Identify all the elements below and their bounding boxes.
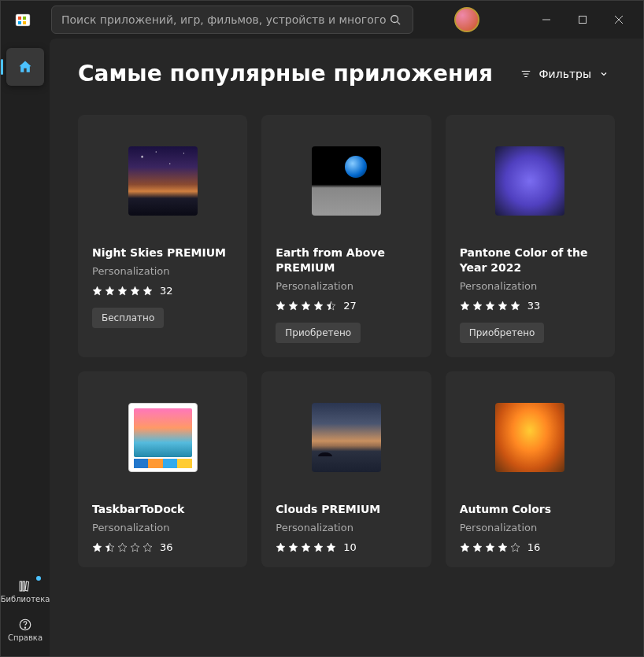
library-label: Библиотека — [1, 595, 50, 603]
app-category: Personalization — [276, 522, 416, 533]
help-label: Справка — [8, 633, 43, 642]
sidebar-home[interactable] — [6, 48, 44, 86]
home-icon — [17, 59, 33, 75]
app-badge: Приобретено — [460, 323, 545, 343]
sidebar-library[interactable]: Библиотека — [2, 574, 49, 608]
app-thumbnail — [128, 403, 198, 472]
app-title: Autumn Colors — [460, 502, 601, 517]
rating-count: 33 — [527, 300, 541, 312]
star-icon — [485, 301, 495, 311]
star-icon — [485, 542, 495, 552]
star-icon — [117, 542, 128, 552]
star-icon — [117, 286, 128, 296]
star-icon — [288, 301, 298, 311]
rating-count: 16 — [527, 541, 541, 553]
app-rating: 32 — [92, 285, 233, 297]
star-icon — [105, 286, 115, 296]
sidebar: Библиотека Справка — [1, 39, 50, 656]
app-card[interactable]: Autumn Colors Personalization 16 — [446, 371, 615, 567]
star-icon — [301, 542, 311, 552]
star-icon — [460, 542, 470, 552]
search-input[interactable] — [61, 13, 387, 26]
app-rating: 16 — [460, 541, 601, 553]
chevron-down-icon — [599, 69, 609, 79]
app-card[interactable]: Night Skies PREMIUM Personalization 32 Б… — [78, 115, 247, 357]
app-rating: 36 — [92, 541, 233, 553]
app-category: Personalization — [460, 280, 601, 292]
app-title: Night Skies PREMIUM — [92, 245, 233, 260]
filter-icon — [520, 68, 531, 79]
search-icon[interactable] — [387, 12, 403, 28]
svg-rect-4 — [23, 21, 26, 24]
star-icon — [288, 542, 298, 552]
star-icon — [276, 542, 286, 552]
app-badge: Приобретено — [276, 323, 361, 343]
star-icon — [472, 301, 483, 311]
filter-label: Фильтры — [539, 68, 591, 80]
search-bar[interactable] — [51, 6, 413, 34]
filter-button[interactable]: Фильтры — [514, 63, 615, 85]
app-card[interactable]: Clouds PREMIUM Personalization 10 — [261, 371, 431, 567]
app-rating: 10 — [276, 541, 416, 553]
minimize-button[interactable] — [528, 7, 564, 32]
app-title: Pantone Color of the Year 2022 — [460, 245, 601, 275]
rating-count: 32 — [160, 285, 173, 297]
page-title: Самые популярные приложения — [78, 61, 493, 87]
close-button[interactable] — [601, 7, 637, 32]
rating-count: 36 — [160, 541, 173, 553]
app-category: Personalization — [460, 522, 601, 533]
app-thumbnail — [312, 146, 381, 216]
svg-rect-1 — [18, 17, 21, 20]
svg-rect-8 — [579, 17, 587, 24]
rating-count: 27 — [343, 300, 357, 312]
window: Библиотека Справка Самые популярные прил… — [0, 0, 644, 657]
app-category: Personalization — [92, 265, 233, 277]
app-badge: Бесплатно — [92, 308, 164, 328]
star-icon — [105, 542, 115, 552]
app-category: Personalization — [276, 280, 416, 292]
app-card[interactable]: Pantone Color of the Year 2022 Personali… — [446, 115, 615, 357]
star-icon — [472, 542, 483, 552]
star-icon — [326, 301, 336, 311]
store-app-icon — [10, 7, 35, 32]
app-title: Clouds PREMIUM — [276, 502, 416, 517]
app-thumbnail — [495, 403, 564, 472]
titlebar — [1, 1, 643, 39]
maximize-button[interactable] — [564, 7, 601, 32]
star-icon — [498, 301, 508, 311]
svg-point-5 — [391, 16, 398, 23]
star-icon — [326, 542, 336, 552]
page-header: Самые популярные приложения Фильтры — [78, 61, 615, 87]
star-icon — [313, 542, 324, 552]
app-card[interactable]: Earth from Above PREMIUM Personalization… — [261, 115, 431, 357]
app-thumbnail — [495, 146, 564, 216]
star-icon — [460, 301, 470, 311]
app-title: Earth from Above PREMIUM — [276, 245, 416, 275]
svg-point-14 — [24, 627, 25, 628]
star-icon — [130, 542, 140, 552]
app-thumbnail — [312, 403, 381, 472]
star-icon — [498, 542, 508, 552]
app-thumbnail — [128, 146, 198, 216]
star-icon — [92, 286, 102, 296]
app-rating: 27 — [276, 300, 416, 312]
star-icon — [313, 301, 324, 311]
app-rating: 33 — [460, 300, 601, 312]
window-controls — [528, 7, 637, 32]
rating-count: 10 — [343, 541, 357, 553]
sidebar-help[interactable]: Справка — [2, 613, 49, 647]
user-avatar[interactable] — [454, 7, 479, 32]
notification-dot-icon — [36, 576, 41, 581]
help-icon — [18, 618, 32, 632]
star-icon — [301, 301, 311, 311]
app-title: TaskbarToDock — [92, 502, 233, 517]
body: Библиотека Справка Самые популярные прил… — [1, 39, 643, 656]
app-card[interactable]: TaskbarToDock Personalization 36 — [78, 371, 247, 567]
library-icon — [18, 579, 32, 593]
star-icon — [510, 542, 520, 552]
star-icon — [510, 301, 520, 311]
app-category: Personalization — [92, 522, 233, 533]
star-icon — [92, 542, 102, 552]
star-icon — [130, 286, 140, 296]
svg-line-6 — [398, 22, 401, 25]
